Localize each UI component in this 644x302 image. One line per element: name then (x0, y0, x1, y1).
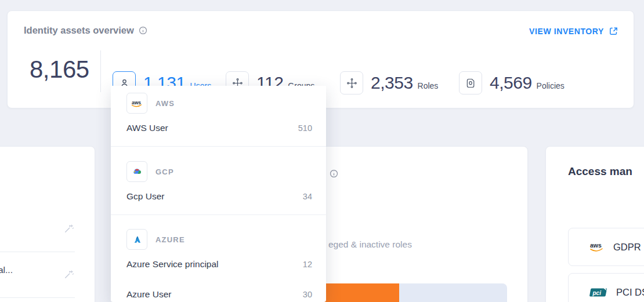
provider-header-gcp: GCP (126, 161, 174, 182)
item-count: 12 (303, 260, 312, 269)
dropdown-item-gcp-user[interactable]: Gcp User 34 (111, 187, 326, 206)
external-link-icon (609, 26, 618, 36)
policy-icon (459, 71, 482, 94)
roles-insight-card: eged & inactive roles (302, 146, 528, 302)
privileged-inactive-roles-label: eged & inactive roles (328, 239, 412, 250)
compliance-item-gdpr[interactable]: aws GDPR (568, 228, 644, 266)
privileged-roles-bar-track (314, 283, 507, 302)
stat-roles[interactable]: 2,353 Roles (340, 70, 438, 96)
provider-header-azure: AZURE (126, 229, 185, 250)
aws-logo-icon: aws (589, 242, 605, 252)
item-name: Gcp User (126, 191, 164, 202)
dropdown-item-azure-service-principal[interactable]: Azure Service principal 12 (111, 254, 326, 274)
total-assets-count: 8,165 (30, 57, 89, 82)
item-name: Azure User (126, 289, 172, 300)
stat-label: Roles (418, 81, 439, 90)
stat-value: 2,353 (371, 73, 413, 93)
stat-label: Policies (537, 81, 565, 90)
list-item-text: al... (0, 265, 13, 275)
dropdown-item-azure-user[interactable]: Azure User 30 (111, 285, 326, 302)
stat-policies[interactable]: 4,569 Policies (459, 70, 565, 96)
users-breakdown-dropdown: aws AWS AWS User 510 GCP Gcp Us (111, 86, 326, 302)
gcp-logo-icon (126, 161, 147, 182)
divider (111, 214, 326, 215)
provider-header-aws: aws AWS (126, 93, 175, 114)
dropdown-item-aws-user[interactable]: AWS User 510 (111, 118, 326, 138)
item-name: Azure Service principal (126, 259, 219, 270)
provider-label: GCP (155, 168, 174, 176)
item-count: 30 (303, 290, 312, 299)
azure-logo-icon (126, 229, 147, 250)
compliance-item-pci-dss[interactable]: pci PCI DSS (568, 273, 644, 302)
view-inventory-label: VIEW INVENTORY (529, 27, 604, 36)
dashboard-page: Identity assets overview VIEW INVENTORY … (0, 0, 644, 302)
item-count: 34 (303, 192, 312, 201)
provider-label: AWS (155, 99, 175, 108)
view-inventory-link[interactable]: VIEW INVENTORY (529, 26, 618, 36)
role-icon (340, 71, 363, 94)
pci-logo-icon: pci (589, 287, 608, 298)
divider (0, 297, 75, 298)
magic-wand-icon[interactable] (63, 223, 75, 234)
item-count: 510 (298, 123, 312, 133)
aws-logo-icon: aws (126, 93, 147, 114)
card-title: Access man (568, 165, 632, 178)
magic-wand-icon[interactable] (63, 268, 75, 280)
divider (111, 146, 326, 147)
compliance-label: PCI DSS (616, 287, 644, 298)
privileged-roles-bar-fill (314, 283, 399, 302)
divider (0, 252, 75, 252)
access-management-card: Access man aws GDPR pci PCI DSS (545, 146, 644, 302)
svg-text:aws: aws (590, 242, 602, 249)
card-title-row: Identity assets overview (24, 25, 148, 36)
svg-text:pci: pci (592, 289, 602, 296)
provider-label: AZURE (155, 235, 185, 244)
compliance-label: GDPR (613, 242, 641, 253)
info-icon[interactable] (329, 169, 339, 179)
stat-value: 4,569 (490, 73, 532, 93)
svg-text:aws: aws (132, 99, 141, 105)
divider (100, 50, 101, 92)
left-list-card: al... (0, 146, 95, 302)
card-title: Identity assets overview (24, 25, 134, 36)
item-name: AWS User (126, 123, 168, 133)
info-icon[interactable] (138, 26, 148, 35)
